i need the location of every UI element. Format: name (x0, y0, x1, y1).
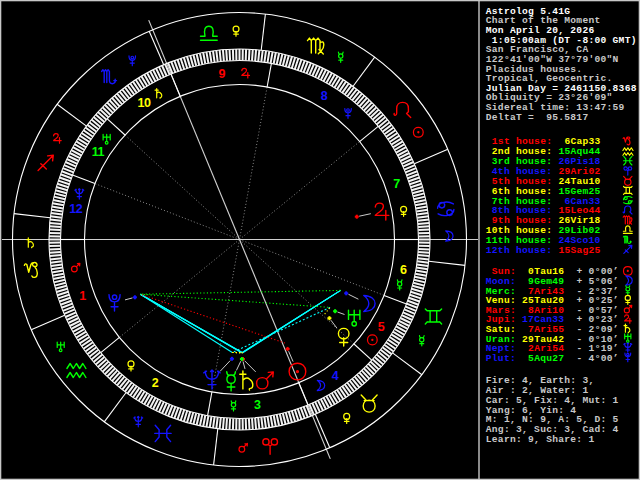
svg-text:5Aqu27: 5Aqu27 (516, 353, 564, 364)
svg-text:8: 8 (321, 89, 328, 103)
svg-text:7: 7 (393, 177, 400, 191)
svg-text:- 4°00’: - 4°00’ (577, 353, 619, 364)
svg-text:5: 5 (378, 320, 385, 334)
svg-text:4: 4 (332, 369, 339, 383)
svg-text:Plut:: Plut: (486, 353, 516, 364)
svg-text:2: 2 (152, 376, 159, 390)
svg-text:12: 12 (69, 202, 82, 216)
svg-text:Learn: 9, Share: 1: Learn: 9, Share: 1 (486, 434, 595, 445)
svg-text:3: 3 (254, 398, 261, 412)
svg-text:9: 9 (219, 67, 226, 81)
svg-text:12th house:: 12th house: (486, 245, 552, 256)
svg-text:10: 10 (137, 96, 150, 110)
svg-text:15Sag25: 15Sag25 (552, 245, 600, 256)
svg-text:DeltaT = 95.5817: DeltaT = 95.5817 (486, 112, 589, 123)
svg-text:6: 6 (400, 263, 407, 277)
svg-text:11: 11 (92, 145, 105, 159)
svg-text:1: 1 (79, 289, 86, 303)
